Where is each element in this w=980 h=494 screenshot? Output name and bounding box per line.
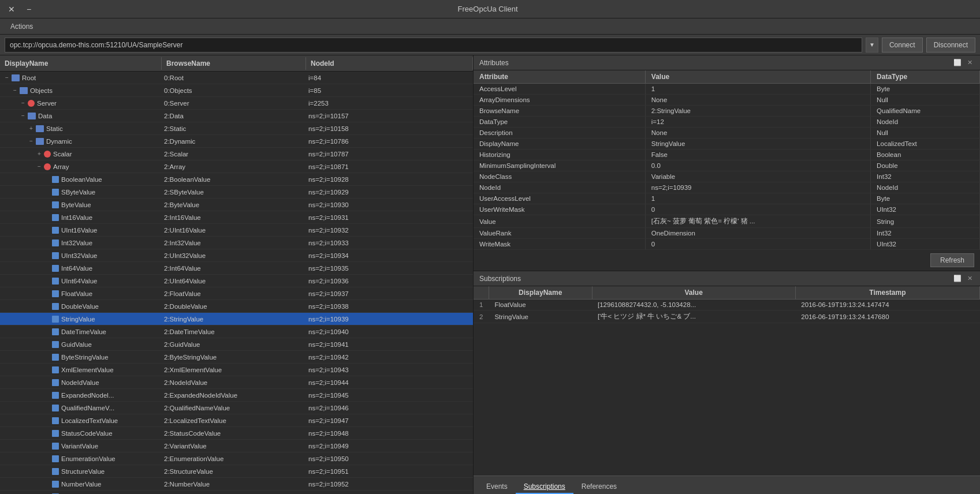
attributes-restore-btn[interactable]: ⬜ xyxy=(952,59,963,66)
close-button[interactable]: ✕ xyxy=(5,3,18,15)
attr-dtype: UInt32 xyxy=(871,204,980,215)
tree-row[interactable]: −Root0:Rooti=84 xyxy=(0,72,473,84)
attr-name: UserWriteMask xyxy=(474,204,645,215)
attr-value: False xyxy=(645,149,870,160)
tree-row[interactable]: FloatValue2:FloatValuens=2;i=10937 xyxy=(0,287,473,300)
tree-row-nodeid: ns=2;i=10945 xyxy=(306,392,473,399)
attr-row: ArrayDimensionsNoneNull xyxy=(474,95,980,106)
tree-row[interactable]: XmlElementValue2:XmlElementValuens=2;i=1… xyxy=(0,364,473,376)
tree-row[interactable]: LocalizedTextValue2:LocalizedTextValuens… xyxy=(0,414,473,427)
connection-url-input[interactable] xyxy=(5,38,862,53)
tree-row[interactable]: QualifiedNameV...2:QualifiedNameValuens=… xyxy=(0,402,473,414)
tree-row-name: Server xyxy=(37,100,57,107)
tree-row[interactable]: Int64Value2:Int64Valuens=2;i=10935 xyxy=(0,262,473,275)
variable-icon xyxy=(52,176,59,183)
tree-row[interactable]: StructureValue2:StructureValuens=2;i=109… xyxy=(0,465,473,478)
attr-row: HistorizingFalseBoolean xyxy=(474,149,980,160)
subs-restore-btn[interactable]: ⬜ xyxy=(952,275,963,282)
tree-row-nodeid: ns=2;i=10936 xyxy=(306,278,473,285)
tree-row[interactable]: ByteValue2:ByteValuens=2;i=10930 xyxy=(0,199,473,211)
attr-dtype: LocalizedText xyxy=(871,139,980,149)
tree-row[interactable]: GuidValue2:GuidValuens=2;i=10941 xyxy=(0,338,473,351)
tree-row[interactable]: BooleanValue2:BooleanValuens=2;i=10928 xyxy=(0,173,473,186)
tree-row-nodeid: ns=2;i=10934 xyxy=(306,252,473,259)
tree-row[interactable]: −Data2:Datans=2;i=10157 xyxy=(0,110,473,122)
tree-row-nodeid: ns=2;i=10786 xyxy=(306,138,473,145)
tree-row-browse: 2:ExpandedNodeIdValue xyxy=(162,392,306,399)
attr-value: Variable xyxy=(645,171,870,182)
connection-bar: ▼ Connect Disconnect xyxy=(0,35,980,55)
right-panel: Attributes ⬜ ✕ Attribute Value DataType xyxy=(474,55,980,494)
attr-value: OneDimension xyxy=(645,228,870,239)
tree-row-name: Int64Value xyxy=(61,265,92,272)
tree-row-name: NumberValue xyxy=(61,481,101,488)
attributes-close-btn[interactable]: ✕ xyxy=(966,59,974,66)
variable-icon xyxy=(52,341,59,348)
tree-row-name: ExpandedNodel... xyxy=(61,392,114,399)
variable-icon xyxy=(52,278,59,285)
tree-row[interactable]: UInt64Value2:UInt64Valuens=2;i=10936 xyxy=(0,275,473,287)
sub-row-timestamp: 2016-06-19T19:13:24.147680 xyxy=(795,310,979,323)
menu-actions[interactable]: Actions xyxy=(5,20,39,33)
variable-icon xyxy=(52,303,59,310)
variable-icon xyxy=(52,290,59,297)
tree-row[interactable]: −Server0:Serveri=2253 xyxy=(0,97,473,110)
tab-events[interactable]: Events xyxy=(478,480,516,494)
variable-icon xyxy=(52,328,59,335)
tree-row-nodeid: ns=2;i=10937 xyxy=(306,290,473,297)
tree-row[interactable]: ExpandedNodel...2:ExpandedNodeIdValuens=… xyxy=(0,389,473,402)
tree-row-nodeid: ns=2;i=10930 xyxy=(306,201,473,208)
tree-row[interactable]: StatusCodeValue2:StatusCodeValuens=2;i=1… xyxy=(0,427,473,440)
folder-icon xyxy=(12,74,20,81)
tree-row[interactable]: UInt32Value2:UInt32Valuens=2;i=10934 xyxy=(0,249,473,262)
variable-icon xyxy=(52,430,59,437)
tree-row-name: UInt64Value xyxy=(61,278,97,285)
variable-icon xyxy=(52,468,59,475)
disconnect-button[interactable]: Disconnect xyxy=(926,38,975,53)
tree-row[interactable]: −Array2:Arrayns=2;i=10871 xyxy=(0,160,473,173)
title-bar-controls: ✕ − xyxy=(5,3,35,15)
tree-row[interactable]: −Objects0:Objectsi=85 xyxy=(0,84,473,97)
tree-row[interactable]: ByteStringValue2:ByteStringValuens=2;i=1… xyxy=(0,351,473,364)
attr-dtype: Int32 xyxy=(871,228,980,239)
tree-row-nodeid: ns=2;i=10948 xyxy=(306,430,473,437)
tree-row[interactable]: EnumerationValue2:EnumerationValuens=2;i… xyxy=(0,452,473,465)
tree-row[interactable]: DateTimeValue2:DateTimeValuens=2;i=10940 xyxy=(0,325,473,338)
tree-header: DisplayName BrowseName NodeId xyxy=(0,55,473,72)
tree-row[interactable]: +Static2:Staticns=2;i=10158 xyxy=(0,122,473,135)
sub-row-num: 1 xyxy=(474,300,489,310)
connect-button[interactable]: Connect xyxy=(882,38,923,53)
tree-row-browse: 2:UInt16Value xyxy=(162,227,306,234)
folder-icon xyxy=(28,113,36,119)
tree-row-name: Dynamic xyxy=(46,138,72,145)
folder-icon xyxy=(36,138,44,145)
bottom-tabs: EventsSubscriptionsReferences xyxy=(474,476,980,494)
tree-row-browse: 0:Server xyxy=(162,100,306,107)
refresh-button[interactable]: Refresh xyxy=(930,253,974,267)
tree-row[interactable]: StringValue2:StringValuens=2;i=10939 xyxy=(0,313,473,325)
minimize-button[interactable]: − xyxy=(23,3,35,15)
tree-row-name: ByteValue xyxy=(61,201,91,208)
tree-row[interactable]: NodeIdValue2:NodeIdValuens=2;i=10944 xyxy=(0,376,473,389)
tree-row-nodeid: ns=2;i=10935 xyxy=(306,265,473,272)
sub-col-displayname: DisplayName xyxy=(489,286,592,300)
url-dropdown-button[interactable]: ▼ xyxy=(866,38,878,53)
tab-references[interactable]: References xyxy=(573,480,625,494)
tree-row[interactable]: −Dynamic2:Dynamicns=2;i=10786 xyxy=(0,135,473,148)
attr-name: ArrayDimensions xyxy=(474,95,645,106)
subs-close-btn[interactable]: ✕ xyxy=(966,275,974,282)
tree-row[interactable]: VariantValue2:VariantValuens=2;i=10949 xyxy=(0,440,473,452)
attr-name: UserAccessLevel xyxy=(474,193,645,204)
tree-row[interactable]: SByteValue2:SByteValuens=2;i=10929 xyxy=(0,186,473,199)
tree-row[interactable]: DoubleValue2:DoubleValuens=2;i=10938 xyxy=(0,300,473,313)
tree-row[interactable]: +Scalar2:Scalarns=2;i=10787 xyxy=(0,148,473,160)
tree-row[interactable]: IntegerValue2:IntegerValuens=2;i=10953 xyxy=(0,491,473,494)
tree-row-browse: 2:UInt32Value xyxy=(162,252,306,259)
tree-row[interactable]: Int32Value2:Int32Valuens=2;i=10933 xyxy=(0,237,473,249)
tree-row[interactable]: UInt16Value2:UInt16Valuens=2;i=10932 xyxy=(0,224,473,237)
tree-row[interactable]: NumberValue2:NumberValuens=2;i=10952 xyxy=(0,478,473,491)
tree-row-browse: 2:DateTimeValue xyxy=(162,328,306,335)
tab-subscriptions[interactable]: Subscriptions xyxy=(516,480,573,494)
tree-row[interactable]: Int16Value2:Int16Valuens=2;i=10931 xyxy=(0,211,473,224)
tree-body[interactable]: −Root0:Rooti=84−Objects0:Objectsi=85−Ser… xyxy=(0,72,473,494)
